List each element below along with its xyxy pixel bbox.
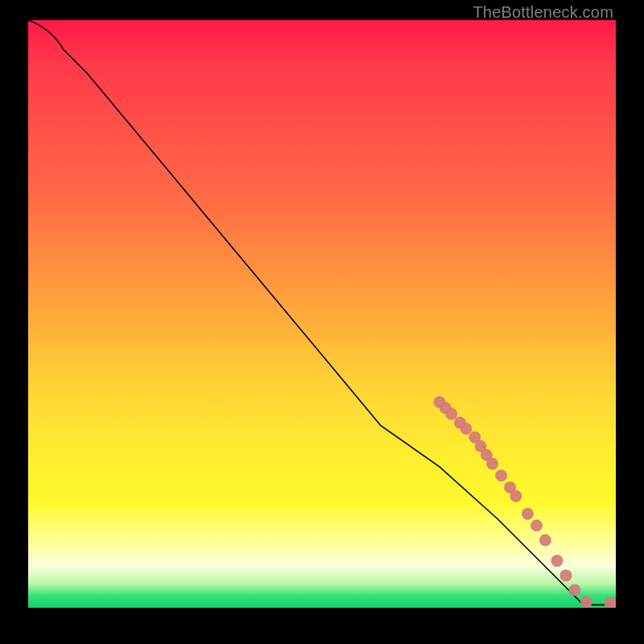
chart-svg xyxy=(28,20,616,608)
chart-frame xyxy=(28,20,616,608)
data-point xyxy=(522,508,534,520)
data-point xyxy=(445,408,457,420)
data-markers xyxy=(434,396,617,608)
data-point xyxy=(460,423,472,435)
attribution-text: TheBottleneck.com xyxy=(473,3,613,22)
data-point xyxy=(539,535,551,547)
data-point xyxy=(486,458,498,470)
data-point xyxy=(510,490,522,502)
data-point xyxy=(551,555,564,567)
data-point xyxy=(530,519,543,531)
data-point xyxy=(495,469,507,481)
data-point xyxy=(568,584,580,597)
data-point xyxy=(580,596,592,608)
data-point xyxy=(560,569,572,581)
